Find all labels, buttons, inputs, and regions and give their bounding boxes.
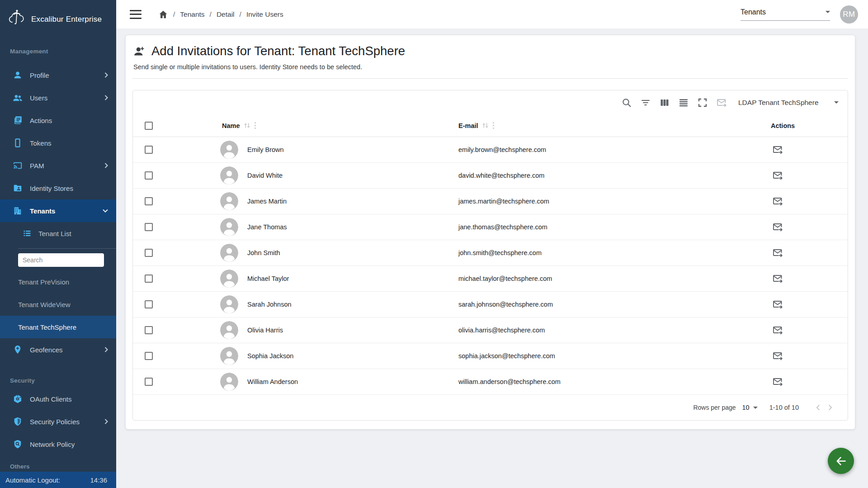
- send-invitation-button[interactable]: [772, 195, 783, 207]
- back-button[interactable]: [828, 448, 854, 474]
- sidebar-item-tokens[interactable]: Tokens: [0, 132, 116, 154]
- forward-mail-icon[interactable]: [716, 97, 727, 109]
- send-invitation-button[interactable]: [772, 298, 783, 310]
- sidebar-item-network-policy[interactable]: Network Policy: [0, 433, 116, 455]
- sidebar-item-pam[interactable]: PAM: [0, 154, 116, 177]
- row-actions-cell: [771, 376, 848, 388]
- sidebar-item-profile[interactable]: Profile: [0, 64, 116, 86]
- table-row: William Anderson william.anderson@techsp…: [133, 369, 848, 395]
- row-actions-cell: [771, 221, 848, 233]
- sidebar-item-tenant-list[interactable]: Tenant List: [0, 222, 116, 245]
- row-name: James Martin: [247, 198, 287, 205]
- row-name-cell: William Anderson: [220, 373, 458, 391]
- row-email-cell: james.martin@techsphere.com: [458, 198, 771, 205]
- row-email: michael.taylor@techsphere.com: [458, 275, 552, 282]
- row-checkbox[interactable]: [145, 171, 153, 180]
- send-invitation-button[interactable]: [772, 324, 783, 336]
- row-checkbox[interactable]: [145, 352, 153, 360]
- auto-logout-bar: Automatic Logout: 14:36: [0, 472, 116, 488]
- table-header-row: Name E-mail Actions: [133, 114, 848, 137]
- breadcrumb-item-tenants[interactable]: Tenants: [180, 10, 204, 19]
- identity-store-select-value: LDAP Tenant TechSphere: [738, 99, 819, 107]
- row-checkbox[interactable]: [145, 378, 153, 386]
- row-name: John Smith: [247, 249, 280, 256]
- sidebar: Excalibur Enterprise Management Profile …: [0, 0, 116, 488]
- send-invitation-button[interactable]: [772, 247, 783, 259]
- sidebar-item-label: Tenant WideView: [18, 301, 71, 308]
- sidebar-item-label: Tenants: [30, 207, 103, 215]
- row-checkbox[interactable]: [145, 223, 153, 231]
- sidebar-nav: Profile Users Actions Tokens PAM Identit…: [0, 64, 116, 361]
- sidebar-item-actions[interactable]: Actions: [0, 109, 116, 132]
- row-name: Emily Brown: [247, 146, 284, 153]
- menu-toggle-button[interactable]: [130, 10, 142, 19]
- group-icon: [13, 93, 23, 103]
- chevron-right-icon: [104, 347, 108, 352]
- row-email: emily.brown@techsphere.com: [458, 146, 546, 153]
- row-checkbox[interactable]: [145, 275, 153, 283]
- rows-per-page-select[interactable]: 10: [742, 404, 758, 411]
- breadcrumb-separator: /: [240, 10, 241, 19]
- fullscreen-icon[interactable]: [697, 97, 708, 109]
- row-email-cell: michael.taylor@techsphere.com: [458, 275, 771, 282]
- person-icon: [13, 70, 23, 80]
- avatar: [220, 141, 238, 159]
- row-checkbox[interactable]: [145, 197, 153, 205]
- next-page-button[interactable]: [824, 402, 836, 413]
- search-icon[interactable]: [621, 97, 632, 109]
- sidebar-item-identity-stores[interactable]: Identity Stores: [0, 177, 116, 199]
- breadcrumb-item-invite-users[interactable]: Invite Users: [246, 10, 283, 19]
- sidebar-item-tenant-wideview[interactable]: Tenant WideView: [0, 293, 116, 316]
- sidebar-item-tenant-techsphere[interactable]: Tenant TechSphere: [0, 316, 116, 338]
- table-row: Emily Brown emily.brown@techsphere.com: [133, 137, 848, 163]
- sidebar-item-label: Geofences: [30, 346, 104, 354]
- row-checkbox[interactable]: [145, 249, 153, 257]
- sort-icon[interactable]: [481, 122, 489, 129]
- sidebar-item-tenant-prevision[interactable]: Tenant PreVision: [0, 270, 116, 293]
- column-menu-icon[interactable]: [492, 122, 495, 129]
- context-select[interactable]: Tenants: [741, 8, 830, 21]
- user-avatar[interactable]: RM: [840, 5, 858, 24]
- chevron-right-icon: [104, 163, 108, 168]
- business-icon: [13, 206, 23, 216]
- sidebar-item-label: Actions: [30, 117, 108, 124]
- send-invitation-button[interactable]: [772, 350, 783, 362]
- send-invitation-button[interactable]: [772, 221, 783, 233]
- sort-icon[interactable]: [243, 122, 251, 129]
- send-invitation-button[interactable]: [772, 144, 783, 156]
- tenant-search-input[interactable]: [18, 253, 104, 267]
- sidebar-item-security-policies[interactable]: Security Policies: [0, 410, 116, 433]
- sidebar-item-oauth-clients[interactable]: OAuth Clients: [0, 388, 116, 410]
- sidebar-item-tenants[interactable]: Tenants: [0, 199, 116, 222]
- sidebar-item-geofences[interactable]: Geofences: [0, 338, 116, 361]
- avatar: [220, 347, 238, 365]
- density-icon[interactable]: [678, 97, 689, 109]
- send-invitation-button[interactable]: [772, 376, 783, 388]
- row-checkbox-cell: [133, 197, 220, 205]
- view-columns-icon[interactable]: [659, 97, 670, 109]
- row-actions-cell: [771, 144, 848, 156]
- row-email: david.white@techsphere.com: [458, 172, 544, 179]
- row-actions-cell: [771, 170, 848, 181]
- column-menu-icon[interactable]: [254, 122, 256, 129]
- table-row: Olivia Harris olivia.harris@techsphere.c…: [133, 317, 848, 343]
- row-name: Olivia Harris: [247, 327, 283, 334]
- identity-store-select[interactable]: LDAP Tenant TechSphere: [738, 99, 839, 107]
- send-invitation-button[interactable]: [772, 273, 783, 284]
- send-invitation-button[interactable]: [772, 170, 783, 181]
- previous-page-button[interactable]: [812, 402, 824, 413]
- auto-logout-time: 14:36: [90, 476, 107, 484]
- row-name: Sarah Johnson: [247, 301, 292, 308]
- row-checkbox[interactable]: [145, 146, 153, 154]
- topbar: / Tenants / Detail / Invite Users Tenant…: [116, 0, 868, 28]
- table-row: John Smith john.smith@techsphere.com: [133, 240, 848, 266]
- select-all-checkbox[interactable]: [145, 122, 153, 130]
- sidebar-item-users[interactable]: Users: [0, 86, 116, 109]
- filter-icon[interactable]: [640, 97, 651, 109]
- breadcrumb-item-detail[interactable]: Detail: [217, 10, 235, 19]
- home-icon[interactable]: [158, 9, 168, 19]
- row-checkbox[interactable]: [145, 300, 153, 308]
- row-checkbox[interactable]: [145, 326, 153, 334]
- header-email: E-mail: [458, 122, 771, 129]
- caret-down-icon: [834, 101, 839, 104]
